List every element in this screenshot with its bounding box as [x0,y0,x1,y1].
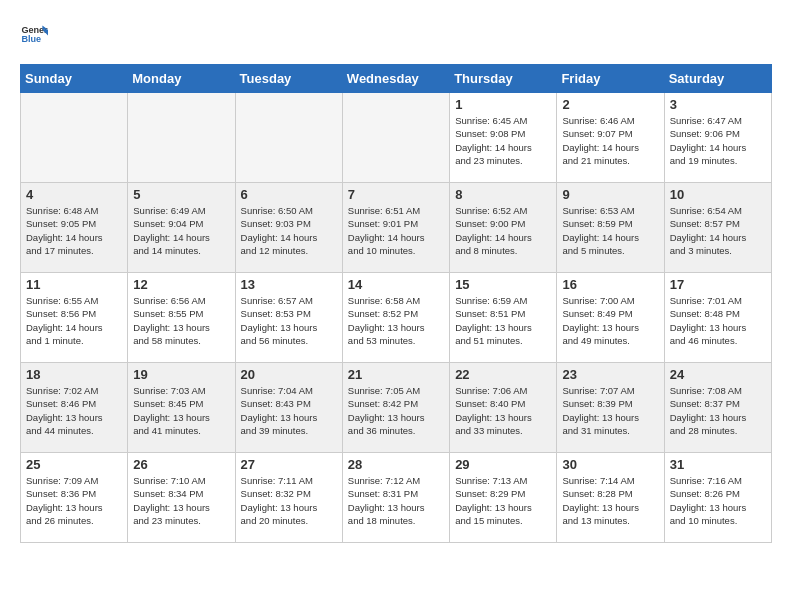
day-cell: 29Sunrise: 7:13 AM Sunset: 8:29 PM Dayli… [450,453,557,543]
day-number: 26 [133,457,229,472]
day-cell: 17Sunrise: 7:01 AM Sunset: 8:48 PM Dayli… [664,273,771,363]
header-cell-sunday: Sunday [21,65,128,93]
day-info: Sunrise: 7:08 AM Sunset: 8:37 PM Dayligh… [670,384,766,437]
day-info: Sunrise: 6:49 AM Sunset: 9:04 PM Dayligh… [133,204,229,257]
day-number: 21 [348,367,444,382]
day-info: Sunrise: 6:50 AM Sunset: 9:03 PM Dayligh… [241,204,337,257]
day-info: Sunrise: 7:03 AM Sunset: 8:45 PM Dayligh… [133,384,229,437]
calendar-table: SundayMondayTuesdayWednesdayThursdayFrid… [20,64,772,543]
day-number: 27 [241,457,337,472]
day-cell [128,93,235,183]
svg-text:Blue: Blue [21,34,41,44]
day-cell: 16Sunrise: 7:00 AM Sunset: 8:49 PM Dayli… [557,273,664,363]
day-cell [235,93,342,183]
day-number: 1 [455,97,551,112]
day-cell: 2Sunrise: 6:46 AM Sunset: 9:07 PM Daylig… [557,93,664,183]
day-info: Sunrise: 7:09 AM Sunset: 8:36 PM Dayligh… [26,474,122,527]
day-number: 18 [26,367,122,382]
day-cell: 9Sunrise: 6:53 AM Sunset: 8:59 PM Daylig… [557,183,664,273]
day-cell: 22Sunrise: 7:06 AM Sunset: 8:40 PM Dayli… [450,363,557,453]
week-row-2: 4Sunrise: 6:48 AM Sunset: 9:05 PM Daylig… [21,183,772,273]
day-cell: 19Sunrise: 7:03 AM Sunset: 8:45 PM Dayli… [128,363,235,453]
day-cell: 15Sunrise: 6:59 AM Sunset: 8:51 PM Dayli… [450,273,557,363]
page-header: General Blue [20,20,772,48]
header-cell-wednesday: Wednesday [342,65,449,93]
day-info: Sunrise: 6:51 AM Sunset: 9:01 PM Dayligh… [348,204,444,257]
day-cell: 5Sunrise: 6:49 AM Sunset: 9:04 PM Daylig… [128,183,235,273]
day-cell: 23Sunrise: 7:07 AM Sunset: 8:39 PM Dayli… [557,363,664,453]
day-number: 12 [133,277,229,292]
day-number: 16 [562,277,658,292]
day-number: 7 [348,187,444,202]
day-cell: 8Sunrise: 6:52 AM Sunset: 9:00 PM Daylig… [450,183,557,273]
day-info: Sunrise: 7:10 AM Sunset: 8:34 PM Dayligh… [133,474,229,527]
day-info: Sunrise: 7:04 AM Sunset: 8:43 PM Dayligh… [241,384,337,437]
day-cell: 25Sunrise: 7:09 AM Sunset: 8:36 PM Dayli… [21,453,128,543]
logo-icon: General Blue [20,20,48,48]
day-number: 6 [241,187,337,202]
day-info: Sunrise: 6:45 AM Sunset: 9:08 PM Dayligh… [455,114,551,167]
day-info: Sunrise: 7:13 AM Sunset: 8:29 PM Dayligh… [455,474,551,527]
header-cell-thursday: Thursday [450,65,557,93]
day-cell: 18Sunrise: 7:02 AM Sunset: 8:46 PM Dayli… [21,363,128,453]
day-number: 20 [241,367,337,382]
header-row: SundayMondayTuesdayWednesdayThursdayFrid… [21,65,772,93]
week-row-3: 11Sunrise: 6:55 AM Sunset: 8:56 PM Dayli… [21,273,772,363]
day-number: 30 [562,457,658,472]
header-cell-tuesday: Tuesday [235,65,342,93]
day-cell: 6Sunrise: 6:50 AM Sunset: 9:03 PM Daylig… [235,183,342,273]
day-number: 2 [562,97,658,112]
day-cell: 13Sunrise: 6:57 AM Sunset: 8:53 PM Dayli… [235,273,342,363]
header-cell-saturday: Saturday [664,65,771,93]
day-number: 9 [562,187,658,202]
day-info: Sunrise: 7:00 AM Sunset: 8:49 PM Dayligh… [562,294,658,347]
day-info: Sunrise: 7:14 AM Sunset: 8:28 PM Dayligh… [562,474,658,527]
day-number: 23 [562,367,658,382]
day-cell: 20Sunrise: 7:04 AM Sunset: 8:43 PM Dayli… [235,363,342,453]
day-info: Sunrise: 7:16 AM Sunset: 8:26 PM Dayligh… [670,474,766,527]
day-number: 15 [455,277,551,292]
day-info: Sunrise: 6:56 AM Sunset: 8:55 PM Dayligh… [133,294,229,347]
day-number: 3 [670,97,766,112]
day-cell: 7Sunrise: 6:51 AM Sunset: 9:01 PM Daylig… [342,183,449,273]
day-cell: 12Sunrise: 6:56 AM Sunset: 8:55 PM Dayli… [128,273,235,363]
day-cell [21,93,128,183]
day-info: Sunrise: 6:47 AM Sunset: 9:06 PM Dayligh… [670,114,766,167]
day-cell: 24Sunrise: 7:08 AM Sunset: 8:37 PM Dayli… [664,363,771,453]
day-cell [342,93,449,183]
day-number: 22 [455,367,551,382]
day-info: Sunrise: 7:01 AM Sunset: 8:48 PM Dayligh… [670,294,766,347]
day-number: 10 [670,187,766,202]
day-info: Sunrise: 6:46 AM Sunset: 9:07 PM Dayligh… [562,114,658,167]
day-info: Sunrise: 6:53 AM Sunset: 8:59 PM Dayligh… [562,204,658,257]
day-info: Sunrise: 7:06 AM Sunset: 8:40 PM Dayligh… [455,384,551,437]
header-cell-friday: Friday [557,65,664,93]
day-cell: 11Sunrise: 6:55 AM Sunset: 8:56 PM Dayli… [21,273,128,363]
day-info: Sunrise: 6:54 AM Sunset: 8:57 PM Dayligh… [670,204,766,257]
week-row-4: 18Sunrise: 7:02 AM Sunset: 8:46 PM Dayli… [21,363,772,453]
header-cell-monday: Monday [128,65,235,93]
day-info: Sunrise: 7:07 AM Sunset: 8:39 PM Dayligh… [562,384,658,437]
day-info: Sunrise: 6:57 AM Sunset: 8:53 PM Dayligh… [241,294,337,347]
day-cell: 4Sunrise: 6:48 AM Sunset: 9:05 PM Daylig… [21,183,128,273]
week-row-5: 25Sunrise: 7:09 AM Sunset: 8:36 PM Dayli… [21,453,772,543]
logo: General Blue [20,20,48,48]
week-row-1: 1Sunrise: 6:45 AM Sunset: 9:08 PM Daylig… [21,93,772,183]
day-number: 8 [455,187,551,202]
day-number: 4 [26,187,122,202]
day-info: Sunrise: 6:52 AM Sunset: 9:00 PM Dayligh… [455,204,551,257]
day-cell: 30Sunrise: 7:14 AM Sunset: 8:28 PM Dayli… [557,453,664,543]
day-info: Sunrise: 6:48 AM Sunset: 9:05 PM Dayligh… [26,204,122,257]
day-number: 31 [670,457,766,472]
day-number: 25 [26,457,122,472]
day-info: Sunrise: 7:05 AM Sunset: 8:42 PM Dayligh… [348,384,444,437]
day-cell: 31Sunrise: 7:16 AM Sunset: 8:26 PM Dayli… [664,453,771,543]
day-number: 14 [348,277,444,292]
day-number: 11 [26,277,122,292]
day-cell: 27Sunrise: 7:11 AM Sunset: 8:32 PM Dayli… [235,453,342,543]
day-number: 19 [133,367,229,382]
day-cell: 3Sunrise: 6:47 AM Sunset: 9:06 PM Daylig… [664,93,771,183]
day-cell: 14Sunrise: 6:58 AM Sunset: 8:52 PM Dayli… [342,273,449,363]
day-info: Sunrise: 6:58 AM Sunset: 8:52 PM Dayligh… [348,294,444,347]
day-number: 5 [133,187,229,202]
